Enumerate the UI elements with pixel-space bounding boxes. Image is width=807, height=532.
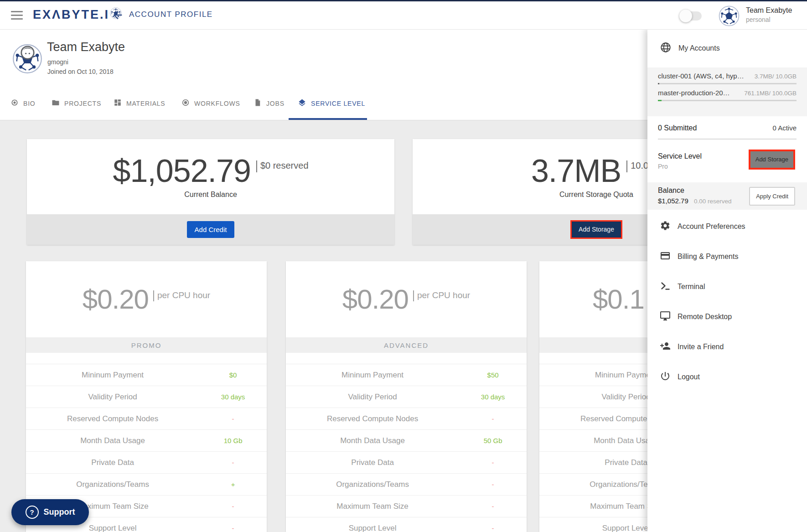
plan-feature-row: Organizations/Teams+ [26, 474, 267, 496]
menu-item-terminal[interactable]: Terminal [647, 272, 807, 302]
add-credit-button[interactable]: Add Credit [187, 221, 235, 238]
feature-label: Month Data Usage [26, 436, 199, 445]
feature-value: - [459, 524, 527, 532]
tab-bio[interactable]: BIO [10, 98, 36, 108]
balance-section: Balance $1,052.79 0.00 reserved Apply Cr… [647, 182, 807, 210]
cluster-account-row[interactable]: master-production-20…761.1MB/ 100.0GB [658, 84, 797, 101]
balance-reserved: 0.00 reserved [694, 198, 732, 205]
menu-item-label: Account Preferences [678, 222, 745, 231]
my-accounts-label: My Accounts [678, 44, 720, 52]
feature-value: 50 Gb [459, 437, 527, 444]
feature-value: $0 [199, 371, 267, 379]
hamburger-menu-icon[interactable] [11, 11, 23, 20]
plan-card-advanced: $0.20per CPU hourADVANCEDMininum Payment… [286, 261, 527, 532]
menu-item-invite-a-friend[interactable]: Invite a Friend [647, 332, 807, 362]
tab-label: PROJECTS [64, 100, 101, 107]
balance-card-label: Current Balance [184, 191, 237, 199]
feature-value: 10 Gb [199, 437, 267, 444]
theme-toggle[interactable] [681, 11, 702, 21]
feature-label: Validity Period [286, 393, 459, 402]
menu-item-remote-desktop[interactable]: Remote Desktop [647, 302, 807, 332]
menu-item-label: Terminal [678, 283, 705, 291]
user-name: Team Exabyte [746, 6, 792, 15]
feature-label: Organizations/Teams [286, 480, 459, 489]
feature-label: Validity Period [26, 393, 199, 402]
plan-feature-row: Organizations/Teams- [286, 474, 527, 496]
support-button[interactable]: ? Support [11, 499, 89, 525]
feature-label: Reserved Compute Nodes [26, 414, 199, 424]
menu-item-account-preferences[interactable]: Account Preferences [647, 212, 807, 242]
panel-add-storage-button[interactable]: Add Storage [750, 151, 793, 168]
tab-label: SERVICE LEVEL [311, 100, 365, 107]
active-tab-underline [289, 118, 367, 120]
tab-label: JOBS [266, 100, 285, 107]
plan-feature-row: Month Data Usage10 Gb [26, 430, 267, 452]
support-label: Support [44, 507, 75, 517]
tab-workflows[interactable]: WORKFLOWS [181, 98, 240, 108]
bullseye-icon [181, 98, 190, 108]
tab-label: BIO [23, 100, 36, 107]
feature-label: Maximum Team Size [286, 502, 459, 511]
balance-amount: $1,052.79 [658, 197, 688, 205]
jobs-summary-row[interactable]: 0 Submitted 0 Active [647, 116, 807, 139]
storage-card-label: Current Storage Quota [559, 191, 633, 199]
plan-feature-row: Month Data Usage50 Gb [286, 430, 527, 452]
plan-price-unit: per CPU hour [413, 290, 470, 301]
panel-add-storage-highlight-box: Add Storage [749, 150, 795, 170]
monitor-icon [660, 310, 671, 323]
plan-feature-row: Maximum Team Size- [286, 496, 527, 517]
balance-card: $1,052.79 $0 reserved Current Balance Ad… [27, 139, 394, 245]
gear-icon [660, 220, 671, 233]
account-profile-page: EXΛBYTE.I ACCOUNT PROFILE Team Exabyte p… [0, 0, 807, 532]
plan-price: $0.20 [342, 286, 409, 313]
feature-value: - [459, 480, 527, 488]
feature-value: - [199, 502, 267, 510]
face-badge-icon [21, 46, 35, 60]
exabyte-logo[interactable]: EXΛBYTE.I [33, 7, 122, 22]
menu-item-label: Invite a Friend [678, 343, 724, 351]
cluster-usage: 3.7MB/ 10.0GB [755, 73, 797, 80]
tab-jobs[interactable]: JOBS [253, 98, 285, 108]
user-menu-trigger[interactable]: Team Exabyte personal [746, 6, 792, 23]
feature-value: $50 [459, 371, 527, 379]
service-level-section: Service Level Pro Add Storage [647, 139, 807, 182]
profile-username: gmogni [47, 58, 68, 66]
credit-card-icon [660, 250, 671, 263]
user-avatar[interactable] [719, 5, 740, 26]
feature-value: - [199, 524, 267, 532]
page-title: ACCOUNT PROFILE [129, 10, 213, 19]
feature-value: 30 days [459, 393, 527, 401]
add-storage-button[interactable]: Add Storage [572, 222, 621, 238]
feature-label: Private Data [26, 458, 199, 467]
folder-icon [52, 98, 60, 108]
plan-price: $0.1 [593, 286, 644, 313]
plan-name: PROMO [26, 337, 267, 353]
globe-icon [660, 41, 672, 55]
tab-label: WORKFLOWS [194, 100, 240, 107]
feature-value: - [199, 415, 267, 423]
menu-item-label: Billing & Payments [678, 253, 738, 261]
tab-projects[interactable]: PROJECTS [52, 98, 101, 108]
feature-value: - [199, 459, 267, 466]
cluster-account-row[interactable]: cluster-001 (AWS, c4, hyp…3.7MB/ 10.0GB [658, 67, 797, 84]
plan-feature-row: Validity Period30 days [286, 386, 527, 408]
cluster-accounts-list: cluster-001 (AWS, c4, hyp…3.7MB/ 10.0GBm… [647, 67, 807, 116]
terminal-icon [660, 280, 671, 293]
account-type: personal [746, 16, 792, 23]
add-storage-highlight-box: Add Storage [570, 220, 622, 239]
feature-label: Mininum Payment [26, 371, 199, 380]
menu-item-label: Logout [678, 373, 700, 381]
my-accounts-item[interactable]: My Accounts [647, 29, 807, 67]
cluster-name: cluster-001 (AWS, c4, hyp… [658, 72, 744, 80]
back-arrow-icon[interactable] [111, 9, 124, 21]
apply-credit-button[interactable]: Apply Credit [749, 187, 795, 206]
feature-label: Month Data Usage [286, 436, 459, 445]
plan-price-unit: per CPU hour [153, 290, 210, 301]
menu-item-billing-payments[interactable]: Billing & Payments [647, 242, 807, 272]
tab-materials[interactable]: MATERIALS [114, 98, 166, 108]
cluster-usage: 761.1MB/ 100.0GB [744, 90, 797, 97]
tab-service-level[interactable]: SERVICE LEVEL [298, 98, 365, 108]
jobs-submitted: 0 Submitted [658, 124, 697, 132]
feature-label: Organizations/Teams [26, 480, 199, 489]
menu-item-logout[interactable]: Logout [647, 362, 807, 392]
